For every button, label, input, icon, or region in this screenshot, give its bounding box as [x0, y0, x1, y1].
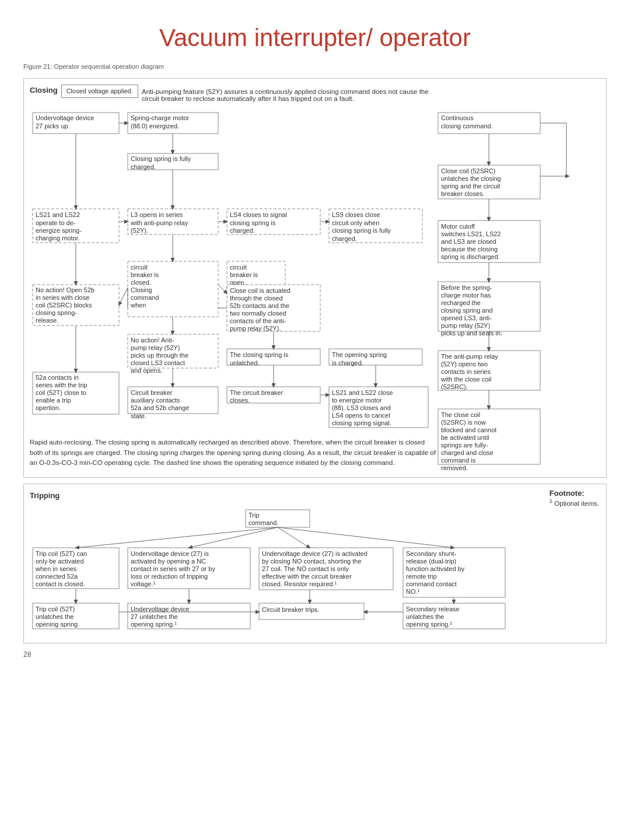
svg-text:52a and 52b change: 52a and 52b change [131, 404, 189, 411]
svg-text:Secondary release: Secondary release [406, 606, 460, 612]
footnote-title: Footnote: [550, 489, 599, 498]
svg-text:LS4 opens to cancel: LS4 opens to cancel [332, 412, 390, 419]
svg-text:recharged the: recharged the [441, 299, 481, 306]
svg-text:The close coil: The close coil [441, 411, 480, 418]
svg-text:Trip coil (52T) can: Trip coil (52T) can [36, 550, 87, 557]
svg-text:series with the trip: series with the trip [36, 382, 88, 388]
svg-text:charging motor.: charging motor. [36, 235, 80, 242]
svg-text:pump relay (52Y): pump relay (52Y) [131, 344, 180, 351]
svg-text:Undervoltage device: Undervoltage device [36, 114, 94, 121]
tripping-label: Tripping [30, 491, 60, 500]
svg-text:be activated until: be activated until [441, 434, 489, 441]
svg-text:with the close coil: with the close coil [440, 376, 491, 383]
svg-text:command.: command. [249, 519, 278, 526]
svg-text:voltage.¹: voltage.¹ [131, 580, 156, 587]
svg-text:loss or reduction of tripping: loss or reduction of tripping [131, 573, 208, 580]
svg-text:No action! Anti-: No action! Anti- [131, 337, 174, 344]
svg-text:command contact: command contact [406, 580, 457, 587]
closing-label: Closing [30, 86, 58, 94]
closing-diagram: Closing Closed voltage applied. Anti-pum… [23, 78, 607, 478]
svg-text:circuit only when: circuit only when [332, 219, 379, 226]
svg-text:blocked and cannot: blocked and cannot [441, 426, 496, 433]
svg-text:contacts of the anti-: contacts of the anti- [230, 317, 286, 324]
svg-line-144 [119, 288, 128, 305]
svg-text:Close coil (52SRC): Close coil (52SRC) [441, 167, 496, 174]
svg-text:breaker is: breaker is [230, 271, 258, 278]
svg-text:picks up through the: picks up through the [131, 352, 188, 359]
svg-text:closed.: closed. [131, 279, 151, 286]
svg-text:coil (52SRC) blocks: coil (52SRC) blocks [36, 302, 92, 309]
svg-text:Circuit breaker trips.: Circuit breaker trips. [262, 606, 319, 613]
svg-text:release.: release. [36, 317, 58, 324]
closing-flowchart: Undervoltage device 27 picks up. LS21 an… [30, 107, 613, 433]
svg-text:unlatches the closing: unlatches the closing [441, 175, 501, 182]
svg-text:Close coil is actuated: Close coil is actuated [230, 287, 290, 294]
svg-text:opertion.: opertion. [36, 404, 61, 411]
svg-text:removed.: removed. [441, 464, 468, 471]
svg-text:unlatches the: unlatches the [36, 613, 74, 620]
closed-voltage-box: Closed voltage applied. [61, 85, 138, 98]
svg-text:NO.¹: NO.¹ [406, 588, 420, 595]
svg-text:charge motor has: charge motor has [441, 292, 491, 299]
svg-text:to energize motor: to energize motor [332, 397, 382, 404]
svg-text:pump relay (52Y).: pump relay (52Y). [230, 325, 281, 332]
svg-text:in series with close: in series with close [36, 294, 89, 301]
svg-text:spring is discharged.: spring is discharged. [441, 253, 500, 260]
svg-text:Secondary shunt-: Secondary shunt- [406, 550, 457, 557]
svg-text:27 picks up.: 27 picks up. [36, 123, 70, 130]
svg-text:27 coil. The NO contact is onl: 27 coil. The NO contact is only [262, 565, 349, 572]
rapid-auto-note: Rapid auto-reclosing. The closing spring… [30, 438, 438, 468]
svg-text:Trip coil (52T): Trip coil (52T) [36, 606, 75, 612]
svg-text:picks up and seals in.: picks up and seals in. [441, 330, 502, 337]
svg-text:charged.: charged. [332, 235, 357, 242]
svg-text:Trip: Trip [249, 512, 260, 519]
svg-text:and LS3 are closed: and LS3 are closed [441, 238, 496, 245]
svg-line-196 [76, 527, 278, 548]
footnote-area: Footnote: 1 Optional items. [550, 489, 599, 507]
svg-text:opened LS3, anti-: opened LS3, anti- [441, 314, 492, 321]
svg-text:The anti-pump relay: The anti-pump relay [441, 353, 498, 360]
svg-text:closing spring is: closing spring is [230, 219, 276, 226]
svg-text:Closing: Closing [131, 286, 152, 293]
svg-text:Circuit breaker: Circuit breaker [131, 389, 173, 396]
svg-text:52b contacts and the: 52b contacts and the [230, 302, 289, 309]
figure-caption: Figure 21: Operator sequential operation… [23, 63, 607, 70]
svg-text:LS4 closes to signal: LS4 closes to signal [230, 211, 287, 218]
svg-text:LS21 and LS22 close: LS21 and LS22 close [332, 389, 393, 396]
svg-text:Spring-charge motor: Spring-charge motor [131, 114, 190, 121]
svg-text:state.: state. [131, 412, 146, 419]
svg-text:remote trip: remote trip [406, 573, 437, 580]
svg-text:breaker is: breaker is [131, 271, 159, 278]
svg-text:breaker closes.: breaker closes. [441, 190, 485, 197]
svg-text:when: when [130, 302, 146, 309]
svg-text:circuit: circuit [131, 264, 148, 271]
svg-text:contact is closed.: contact is closed. [36, 580, 85, 587]
svg-text:connected 52a: connected 52a [36, 573, 78, 580]
svg-text:Continuous: Continuous [441, 114, 474, 121]
svg-text:because  the closing: because the closing [441, 246, 498, 253]
svg-text:Undervoltage device (27) is ac: Undervoltage device (27) is activated [262, 550, 368, 557]
page-number: 28 [23, 650, 607, 659]
svg-text:The closing spring is: The closing spring is [230, 351, 289, 358]
svg-text:only be activated: only be activated [36, 558, 84, 565]
svg-text:with anti-pump relay: with anti-pump relay [130, 219, 188, 226]
svg-text:(88.0) energized.: (88.0) energized. [131, 123, 179, 130]
svg-text:unlatches the: unlatches the [406, 613, 444, 620]
svg-text:and opens.: and opens. [131, 367, 162, 374]
svg-text:command: command [131, 294, 159, 301]
svg-text:closed LS3 contact: closed LS3 contact [131, 359, 185, 366]
svg-text:coil (52T) close to: coil (52T) close to [36, 389, 86, 396]
svg-text:27 unlatches the: 27 unlatches the [131, 613, 178, 620]
page-title: Vacuum interrupter/ operator [23, 23, 607, 52]
svg-text:pump relay (52Y): pump relay (52Y) [441, 322, 490, 329]
svg-text:(52SRC) is now: (52SRC) is now [441, 419, 486, 426]
svg-text:when in series: when in series [35, 565, 77, 572]
svg-text:The opening spring: The opening spring [332, 351, 387, 358]
svg-text:charged.: charged. [131, 163, 156, 170]
svg-text:closes.: closes. [230, 397, 250, 404]
svg-text:closing spring is fully: closing spring is fully [332, 227, 391, 234]
svg-text:two normally closed: two normally closed [230, 310, 286, 317]
svg-text:opening spring.: opening spring. [36, 621, 79, 628]
svg-text:through the closed: through the closed [230, 295, 283, 302]
tripping-diagram: Tripping Footnote: 1 Optional items. Tri… [23, 484, 607, 643]
